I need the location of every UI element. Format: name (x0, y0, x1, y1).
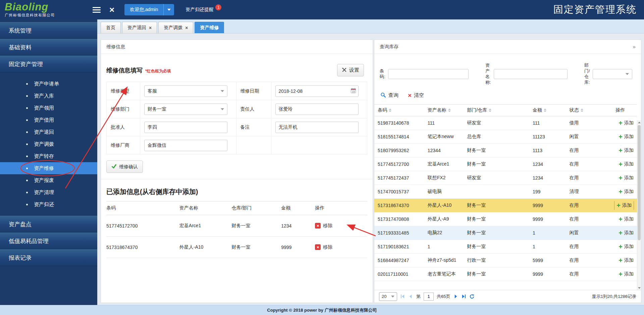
cell-name: 111 (424, 120, 464, 126)
sidebar-item-asset-inventory[interactable]: 资产盘点 (0, 216, 97, 233)
add-button[interactable]: +添加 (619, 120, 634, 126)
table-row[interactable]: 517470015737 破电脑 199 清理 +添加 (374, 185, 637, 199)
vertical-scrollbar[interactable] (637, 120, 641, 290)
cell-dept: 财务一室 (231, 223, 281, 229)
add-button[interactable]: +添加 (619, 188, 634, 195)
col-header-status[interactable]: 状态 (566, 107, 600, 113)
sort-icon[interactable] (489, 109, 491, 112)
sidebar-item-system-mgmt[interactable]: 系统管理 (0, 22, 97, 39)
sidebar-item-fixed-asset-mgmt[interactable]: 固定资产管理 (0, 56, 97, 72)
table-row[interactable]: 517745172700 宏基Arce1 财务一室 1234 ×移除 (106, 215, 367, 237)
clear-button[interactable]: × 清空 (408, 92, 424, 99)
close-all-icon[interactable]: × (109, 5, 114, 14)
return-reminder-link[interactable]: 资产归还提醒 1 (185, 7, 221, 13)
sort-icon[interactable] (581, 109, 583, 112)
add-button[interactable]: +添加 (619, 161, 634, 168)
barcode-search-input[interactable] (388, 69, 469, 79)
remove-button[interactable]: ×移除 (315, 244, 332, 250)
sidebar-item-asset-transfer[interactable]: 资产调拨 (0, 138, 97, 150)
scrollbar-thumb[interactable] (638, 125, 641, 240)
repair-dept-select[interactable]: 财务一室 (144, 104, 227, 115)
tab-asset-transfer[interactable]: 资产调拨× (158, 22, 193, 33)
add-button[interactable]: +添加 (619, 147, 634, 154)
sidebar-item-report-records[interactable]: 报表记录 (0, 249, 97, 266)
asset-name-search-input[interactable] (494, 69, 568, 79)
close-tab-icon[interactable]: × (149, 25, 152, 30)
tab-asset-return[interactable]: 资产退回× (122, 22, 157, 33)
sidebar-item-asset-receive[interactable]: 资产领用 (0, 102, 97, 114)
sidebar-item-asset-inbound[interactable]: 资产入库 (0, 90, 97, 102)
dept-search-select[interactable] (593, 69, 632, 79)
add-button[interactable]: +添加 (619, 271, 634, 277)
chevron-down-icon[interactable] (163, 4, 174, 15)
sidebar-item-asset-storage[interactable]: 资产转存 (0, 150, 97, 162)
query-label: 查询 (388, 92, 398, 99)
table-row[interactable]: 519873140678 111 研发室 111 借用 +添加 (374, 116, 637, 130)
calendar-icon[interactable]: 15 (351, 88, 356, 94)
table-row[interactable]: 518079953262 12344 财务一室 1113 在用 +添加 (374, 144, 637, 158)
sidebar-item-consumables-mgmt[interactable]: 低值易耗品管理 (0, 233, 97, 249)
sort-icon[interactable] (389, 109, 391, 112)
page-number-input[interactable] (424, 293, 434, 301)
col-header-dept: 仓库/部门 (231, 205, 281, 211)
cell-name: 破电脑 (424, 189, 464, 195)
last-page-icon[interactable] (461, 294, 466, 299)
table-row[interactable]: 517745172437 联想FX2 研发室 1234 在用 +添加 (374, 171, 637, 185)
user-menu-button[interactable]: 欢迎您,admin (124, 4, 174, 15)
sidebar-item-asset-borrow[interactable]: 资产借用 (0, 114, 97, 126)
footer: Copyright © 2018 power by 广州标领信息科技有限公司 (0, 305, 644, 315)
next-page-icon[interactable] (453, 294, 458, 299)
menu-toggle-icon[interactable] (93, 7, 101, 13)
tab-home[interactable]: 首页 (101, 22, 121, 33)
remark-input[interactable] (275, 122, 359, 133)
prev-page-icon[interactable] (408, 294, 413, 299)
scroll-down-icon[interactable] (637, 286, 641, 290)
tab-asset-maintenance[interactable]: 资产维修 (195, 22, 224, 33)
refresh-icon[interactable] (469, 294, 475, 299)
add-button[interactable]: +添加 (619, 243, 634, 250)
sort-icon[interactable] (448, 109, 451, 112)
table-row-selected[interactable]: 517318674370 外星人-A10 财务一室 9999 在用 +添加 (374, 199, 637, 212)
record-summary: 显示1到20,共1286记录 (592, 294, 636, 300)
table-row[interactable]: 020117110001 老古董笔记本 财务一室 9999 在用 +添加 (374, 267, 637, 281)
table-row[interactable]: 517745172700 宏基Arce1 财务一室 1234 在用 +添加 (374, 158, 637, 171)
sidebar-item-asset-maintenance[interactable]: 资产维修 (0, 162, 97, 174)
sort-icon[interactable] (544, 109, 546, 112)
approver-input[interactable] (144, 122, 227, 133)
settings-button[interactable]: 设置 (337, 64, 364, 76)
table-row[interactable]: 517317470808 外星人-A9 财务一室 9999 在用 +添加 (374, 212, 637, 226)
sidebar-item-asset-scrap[interactable]: 资产报废 (0, 174, 97, 186)
sidebar-item-base-data[interactable]: 基础资料 (0, 39, 97, 56)
query-button[interactable]: 查询 (380, 92, 398, 99)
table-row[interactable]: 517190183621 1 财务一室 1 在用 +添加 (374, 240, 637, 254)
add-button[interactable]: +添加 (619, 257, 634, 264)
add-button[interactable]: +添加 (619, 175, 634, 181)
col-header-dept[interactable]: 部门/仓库 (464, 107, 529, 113)
confirm-repair-button[interactable]: 维修确认 (106, 161, 143, 173)
scroll-up-icon[interactable] (637, 120, 641, 124)
first-page-icon[interactable] (400, 294, 405, 299)
col-header-amount[interactable]: 金额 (529, 107, 566, 113)
col-header-name[interactable]: 资产名称 (424, 107, 464, 113)
repair-date-input[interactable] (279, 88, 351, 94)
add-button[interactable]: +添加 (619, 216, 634, 223)
table-row[interactable]: 518155174814 笔记本neww 总仓库 11123 闲置 +添加 (374, 130, 637, 144)
vendor-input[interactable] (144, 140, 227, 151)
add-button[interactable]: +添加 (619, 230, 634, 236)
close-tab-icon[interactable]: × (185, 25, 188, 30)
responsible-input[interactable] (275, 104, 359, 115)
sidebar-item-asset-cleanup[interactable]: 资产清理 (0, 186, 97, 198)
sidebar-item-asset-return[interactable]: 资产退回 (0, 126, 97, 138)
sidebar-item-asset-request[interactable]: 资产申请单 (0, 78, 97, 90)
remove-button[interactable]: ×移除 (315, 223, 332, 229)
collapse-icon[interactable]: » (633, 44, 636, 50)
page-size-select[interactable]: 20 (379, 292, 397, 301)
table-row[interactable]: 517318674370 外星人-A10 财务一室 9999 ×移除 (106, 237, 367, 258)
sidebar-item-asset-giveback[interactable]: 资产归还 (0, 198, 97, 210)
repair-type-select[interactable]: 客服 (144, 85, 227, 97)
add-button[interactable]: +添加 (614, 201, 634, 210)
table-row[interactable]: 517193331485 电脑22 财务一室 1 闲置 +添加 (374, 226, 637, 240)
add-button[interactable]: +添加 (619, 133, 634, 140)
table-row[interactable]: 516844987247 神舟z7-sp5d1 行政一室 5999 在用 +添加 (374, 254, 637, 267)
col-header-barcode[interactable]: 条码 (374, 107, 424, 113)
